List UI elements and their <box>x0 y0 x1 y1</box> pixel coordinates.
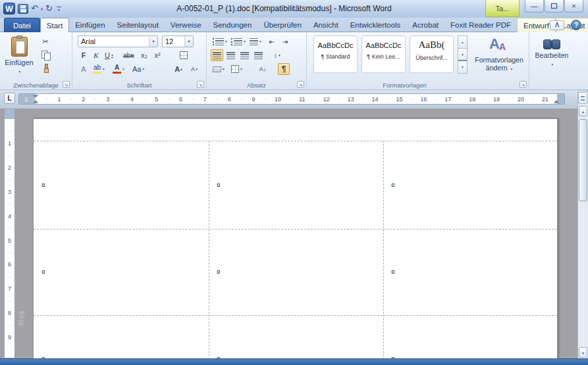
align-center-button[interactable] <box>225 49 237 61</box>
highlight-color-button[interactable]: ab ▾ <box>91 63 107 75</box>
right-indent-marker[interactable] <box>554 100 559 103</box>
clipboard-dialog-launcher[interactable]: ↘ <box>63 81 70 88</box>
save-button[interactable] <box>18 4 28 14</box>
multilevel-list-icon <box>250 38 258 45</box>
sort-button[interactable]: A↓ <box>257 63 269 75</box>
multilevel-list-button[interactable]: ▾ <box>248 36 263 47</box>
ruler-tick: · <box>483 96 485 103</box>
table-gridline-col2 <box>383 141 384 358</box>
undo-button[interactable]: ↶ <box>31 3 38 14</box>
style-standard[interactable]: AaBbCcDc ¶ Standard <box>313 36 358 73</box>
style-kein-leerraum[interactable]: AaBbCcDc ¶ Kein Lee... <box>361 36 406 73</box>
bullet-list-icon <box>213 38 214 45</box>
tab-stop-selector[interactable]: L <box>4 93 15 104</box>
ruler-tick: · <box>192 96 194 103</box>
shrink-font-button[interactable]: A▾ <box>188 63 200 75</box>
tab-acrobat[interactable]: Acrobat <box>406 18 444 32</box>
group-label-absatz: Absatz <box>207 82 306 89</box>
format-painter-button[interactable] <box>40 62 51 74</box>
scroll-down-button[interactable]: ▾ <box>579 347 587 358</box>
ruler-tick: · <box>9 177 11 183</box>
style-ueberschrift[interactable]: AaBb( Überschrif... <box>410 36 454 73</box>
font-dialog-launcher[interactable]: ↘ <box>197 81 204 88</box>
tab-datei[interactable]: Datei <box>4 18 40 32</box>
styles-gallery-more-button[interactable]: ▾ <box>458 60 468 74</box>
collapse-ribbon-button[interactable]: ᐱ <box>550 20 564 30</box>
underline-button[interactable]: U▾ <box>103 49 115 61</box>
tab-sendungen[interactable]: Sendungen <box>207 18 258 32</box>
shading-button[interactable]: ▾ <box>211 63 227 75</box>
paste-button[interactable]: Einfügen▾ <box>3 35 35 78</box>
help-button[interactable]: ? <box>571 20 581 30</box>
horizontal-ruler[interactable]: 1·1·2·3·4·5·6·7·8·9·10·11·12·13·14·15·16… <box>18 93 565 105</box>
ruler-tick: · <box>9 322 11 328</box>
bullets-button[interactable]: ▾ <box>211 36 229 47</box>
vertical-scrollbar[interactable]: ▴ ▾ <box>577 91 588 358</box>
close-button[interactable]: × <box>564 0 583 12</box>
ruler-number: 6 <box>179 96 182 103</box>
first-line-indent-marker[interactable] <box>33 95 38 98</box>
align-left-button[interactable] <box>211 49 223 61</box>
undo-dropdown-icon[interactable]: ▾ <box>41 7 43 11</box>
strikethrough-button[interactable]: abe <box>121 49 136 61</box>
change-case-button[interactable]: Aa▾ <box>130 63 146 75</box>
scroll-up-button[interactable]: ▴ <box>579 106 587 116</box>
align-left-icon <box>213 52 221 59</box>
ruler-tick: · <box>70 96 72 103</box>
tab-start[interactable]: Start <box>40 18 69 32</box>
ruler-tick: · <box>168 96 170 103</box>
minimize-button[interactable]: — <box>525 0 544 12</box>
tab-seitenlayout[interactable]: Seitenlayout <box>111 18 165 32</box>
font-size-combo[interactable]: 12 ▼ <box>162 36 194 47</box>
decrease-indent-button[interactable]: ⇤ <box>266 36 278 47</box>
cut-button[interactable]: ✂ <box>40 36 51 47</box>
bold-button[interactable]: F <box>78 49 90 61</box>
group-bearbeiten: Bearbeiten▾ <box>529 32 574 89</box>
align-right-button[interactable] <box>238 49 251 61</box>
window-controls: — × <box>525 0 583 12</box>
tab-verweise[interactable]: Verweise <box>165 18 207 32</box>
italic-button[interactable]: K <box>90 49 102 61</box>
ruler-tick: · <box>240 96 242 103</box>
font-family-combo[interactable]: Arial ▼ <box>78 36 158 47</box>
font-size-dropdown-icon[interactable]: ▼ <box>184 36 193 47</box>
phonetic-guide-button[interactable] <box>178 49 190 61</box>
text-effects-button[interactable]: A <box>78 63 90 75</box>
font-color-button[interactable]: A ▾ <box>111 63 126 75</box>
tab-ueberpruefen[interactable]: Überprüfen <box>257 18 307 32</box>
ruler-tick: · <box>313 96 315 103</box>
cell-marker: ¤ <box>41 182 45 189</box>
styles-scroll-down-button[interactable]: ▾ <box>458 48 468 61</box>
editing-button[interactable]: Bearbeiten▾ <box>533 37 571 77</box>
ruler-number: 3 <box>106 96 109 103</box>
tab-einfuegen[interactable]: Einfügen <box>69 18 111 32</box>
title-bar[interactable]: W ↶ ▾ ↻ ▾ A-0052-01_P (1).doc [Kompatibi… <box>0 0 588 18</box>
scrollbar-thumb[interactable] <box>579 119 587 201</box>
customize-qat-button[interactable]: ▾ <box>57 7 61 11</box>
copy-button[interactable] <box>40 49 51 61</box>
view-ruler-toggle-button[interactable] <box>578 92 587 104</box>
superscript-button[interactable]: x² <box>151 49 163 61</box>
tab-entwicklertools[interactable]: Entwicklertools <box>344 18 407 32</box>
vertical-ruler[interactable]: ·1·2·3·4·5·6·7·8·9 <box>4 109 15 358</box>
page[interactable]: ¤¤¤¤¤¤¤¤¤ <box>33 118 558 358</box>
styles-dialog-launcher[interactable]: ↘ <box>520 81 527 88</box>
borders-button[interactable]: ▾ <box>229 63 244 75</box>
numbering-button[interactable]: ▾ <box>229 36 248 47</box>
paragraph-dialog-launcher[interactable]: ↘ <box>297 81 304 88</box>
tab-ansicht[interactable]: Ansicht <box>307 18 344 32</box>
show-paragraph-marks-button[interactable]: ¶ <box>278 63 290 75</box>
subscript-button[interactable]: x₂ <box>138 49 150 61</box>
ruler-number: 5 <box>155 96 158 103</box>
line-spacing-button[interactable]: ↕▾ <box>271 49 283 61</box>
maximize-button[interactable] <box>545 0 564 12</box>
redo-button[interactable]: ↻ <box>45 3 53 14</box>
tab-foxit-reader-pdf[interactable]: Foxit Reader PDF <box>444 18 517 32</box>
left-indent-marker[interactable] <box>33 100 38 103</box>
change-styles-button[interactable]: AA Formatvorlagen ändern ▾ <box>473 35 525 78</box>
justify-button[interactable] <box>252 49 265 61</box>
increase-indent-button[interactable]: ⇥ <box>279 36 291 47</box>
font-family-dropdown-icon[interactable]: ▼ <box>149 36 157 47</box>
styles-scroll-up-button[interactable]: ▴ <box>458 36 468 49</box>
grow-font-button[interactable]: A▴ <box>173 63 184 75</box>
